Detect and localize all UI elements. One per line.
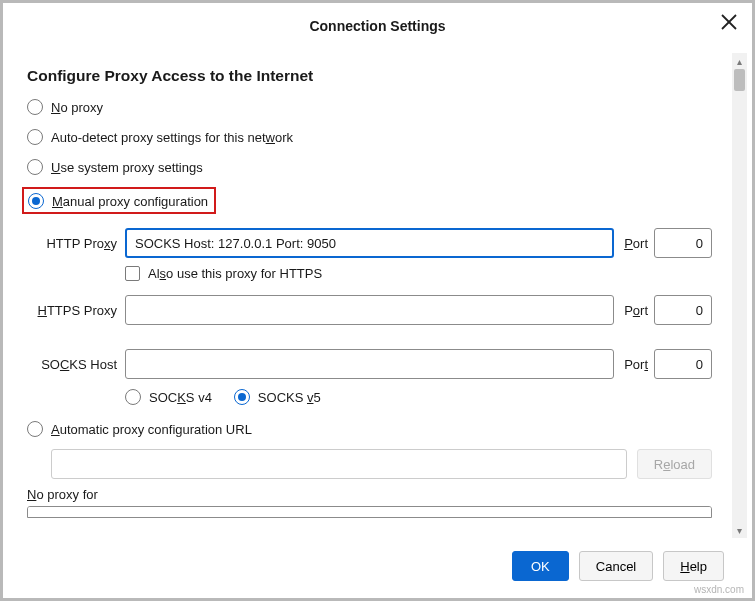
reload-button[interactable]: Reload xyxy=(637,449,712,479)
dialog-header: Connection Settings xyxy=(3,3,752,49)
socks-port-label: Port xyxy=(624,357,648,372)
https-port-input[interactable] xyxy=(654,295,712,325)
close-icon[interactable] xyxy=(720,13,738,31)
http-proxy-label: HTTP Proxy xyxy=(27,236,125,251)
radio-icon xyxy=(27,159,43,175)
ok-button[interactable]: OK xyxy=(512,551,569,581)
https-proxy-input[interactable] xyxy=(125,295,614,325)
section-heading: Configure Proxy Access to the Internet xyxy=(27,67,712,85)
cancel-button[interactable]: Cancel xyxy=(579,551,653,581)
radio-socks-v5[interactable]: SOCKS v5 xyxy=(234,387,321,407)
radio-icon xyxy=(27,129,43,145)
watermark: wsxdn.com xyxy=(694,584,744,595)
radio-label: Use system proxy settings xyxy=(51,160,203,175)
scroll-down-arrow-icon[interactable]: ▾ xyxy=(732,522,747,538)
radio-auto-config-url[interactable]: Automatic proxy configuration URL xyxy=(27,419,712,439)
radio-label: Automatic proxy configuration URL xyxy=(51,422,252,437)
radio-label: No proxy xyxy=(51,100,103,115)
highlight-box: Manual proxy configuration xyxy=(22,187,216,214)
radio-icon xyxy=(234,389,250,405)
pac-url-row: Reload xyxy=(51,449,712,479)
radio-label: Auto-detect proxy settings for this netw… xyxy=(51,130,293,145)
http-port-input[interactable] xyxy=(654,228,712,258)
checkbox-label: Also use this proxy for HTTPS xyxy=(148,266,322,281)
radio-icon xyxy=(27,99,43,115)
radio-icon[interactable] xyxy=(28,193,44,209)
socks-host-input[interactable] xyxy=(125,349,614,379)
dialog-body: Configure Proxy Access to the Internet N… xyxy=(11,53,730,538)
socks-host-label: SOCKS Host xyxy=(27,357,125,372)
radio-icon xyxy=(125,389,141,405)
no-proxy-for-input[interactable] xyxy=(27,506,712,518)
pac-url-input[interactable] xyxy=(51,449,627,479)
https-proxy-row: HTTPS Proxy Port xyxy=(27,295,712,325)
checkbox-icon xyxy=(125,266,140,281)
radio-label: SOCKS v4 xyxy=(149,390,212,405)
help-button[interactable]: Help xyxy=(663,551,724,581)
no-proxy-for-label: No proxy for xyxy=(27,487,712,502)
socks-version-row: SOCKS v4 SOCKS v5 xyxy=(125,387,712,407)
radio-auto-detect[interactable]: Auto-detect proxy settings for this netw… xyxy=(27,127,712,147)
also-https-checkbox[interactable]: Also use this proxy for HTTPS xyxy=(125,266,712,281)
radio-system-proxy[interactable]: Use system proxy settings xyxy=(27,157,712,177)
radio-socks-v4[interactable]: SOCKS v4 xyxy=(125,387,212,407)
radio-label: SOCKS v5 xyxy=(258,390,321,405)
dialog-button-bar: OK Cancel Help xyxy=(11,542,730,590)
radio-no-proxy[interactable]: No proxy xyxy=(27,97,712,117)
dialog-title: Connection Settings xyxy=(309,18,445,34)
scrollbar-thumb[interactable] xyxy=(734,69,745,91)
http-proxy-row: HTTP Proxy Port xyxy=(27,228,712,258)
scrollbar-track[interactable]: ▴ ▾ xyxy=(732,53,747,538)
scroll-up-arrow-icon[interactable]: ▴ xyxy=(732,53,747,69)
radio-label[interactable]: Manual proxy configuration xyxy=(52,194,208,209)
http-proxy-input[interactable] xyxy=(125,228,614,258)
socks-port-input[interactable] xyxy=(654,349,712,379)
https-proxy-label: HTTPS Proxy xyxy=(27,303,125,318)
https-port-label: Port xyxy=(624,303,648,318)
radio-icon xyxy=(27,421,43,437)
socks-host-row: SOCKS Host Port xyxy=(27,349,712,379)
http-port-label: Port xyxy=(624,236,648,251)
